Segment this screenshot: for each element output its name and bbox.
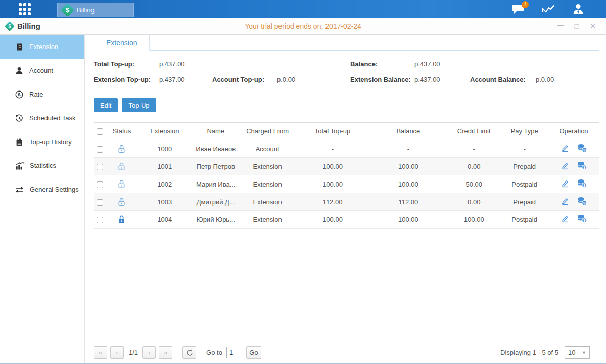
topup-icon[interactable]: $ — [577, 197, 587, 207]
maximize-icon[interactable]: □ — [573, 22, 581, 31]
displaying-text: Displaying 1 - 5 of 5 — [500, 349, 558, 356]
user-account-icon[interactable] — [572, 3, 585, 15]
tab-bar: Extension — [94, 35, 599, 51]
total-topup-cell: - — [296, 145, 369, 153]
page-size-value: 10 — [568, 349, 575, 356]
close-icon[interactable]: ✕ — [589, 22, 597, 31]
table-row: 1002Мария Ива...Extension100.00100.0050.… — [94, 175, 599, 193]
extension-icon — [15, 43, 23, 51]
sidebar-item-label: General Settings — [30, 186, 79, 193]
statistics-icon — [15, 162, 24, 170]
credit-limit-cell: - — [447, 145, 500, 153]
topup-button[interactable]: Top Up — [122, 98, 156, 112]
last-page-button[interactable]: » — [159, 346, 172, 359]
row-checkbox[interactable] — [97, 217, 103, 223]
first-page-button[interactable]: « — [94, 346, 107, 359]
sidebar-item-scheduled-task[interactable]: Scheduled Task — [0, 106, 84, 130]
billing-title-icon: $ — [5, 21, 15, 31]
main-content: Extension Total Top-up: p.437.00 Balance… — [85, 35, 606, 363]
edit-icon[interactable] — [561, 214, 570, 224]
billing-app-tab[interactable]: $ Billing — [57, 3, 134, 17]
account-topup-label: Account Top-up: — [212, 76, 264, 83]
topup-icon[interactable]: $ — [577, 214, 587, 225]
sidebar-item-statistics[interactable]: Statistics — [0, 154, 84, 177]
row-checkbox[interactable] — [97, 164, 103, 170]
topup-history-icon — [15, 138, 23, 146]
lock-open-icon — [117, 144, 126, 154]
extension-cell: 1002 — [137, 180, 193, 188]
credit-limit-cell: 50.00 — [447, 180, 500, 188]
refresh-button[interactable] — [182, 346, 196, 359]
col-status: Status — [107, 127, 137, 135]
credit-limit-cell: 0.00 — [447, 198, 500, 206]
balance-cell: 112.00 — [369, 198, 447, 206]
extension-cell: 1000 — [137, 145, 193, 153]
sidebar-item-label: Top-up History — [29, 138, 72, 146]
edit-icon[interactable] — [561, 144, 570, 154]
row-checkbox[interactable] — [97, 199, 103, 206]
select-all-checkbox[interactable] — [97, 128, 103, 135]
goto-label: Go to — [206, 349, 222, 356]
edit-icon[interactable] — [561, 179, 570, 189]
table-header-row: Status Extension Name Charged From Total… — [94, 122, 599, 140]
general-settings-icon — [15, 186, 24, 194]
edit-button[interactable]: Edit — [94, 98, 118, 112]
credit-limit-cell: 100.00 — [447, 216, 500, 223]
table-row: 1003Дмитрий Д...Extension112.00112.000.0… — [94, 193, 599, 211]
sidebar-item-label: Scheduled Task — [29, 114, 76, 122]
reports-chart-icon[interactable] — [542, 4, 555, 14]
notification-badge: ! — [522, 1, 529, 8]
sidebar-item-rate[interactable]: $Rate — [0, 82, 84, 106]
total-topup-cell: 112.00 — [296, 198, 369, 206]
go-button[interactable]: Go — [246, 346, 261, 359]
billing-app-tab-label: Billing — [77, 6, 95, 14]
balance-label: Balance: — [350, 60, 378, 68]
goto-page-input[interactable] — [226, 347, 242, 358]
pay-type-cell: - — [500, 145, 548, 153]
sidebar-item-top-up-history[interactable]: Top-up History — [0, 130, 84, 154]
app-launcher-icon[interactable] — [19, 3, 31, 15]
edit-icon[interactable] — [561, 161, 570, 171]
topup-icon[interactable]: $ — [577, 161, 587, 172]
topup-icon[interactable]: $ — [577, 144, 587, 154]
pay-type-cell: Postpaid — [500, 180, 548, 188]
col-pay-type: Pay Type — [500, 127, 548, 135]
prev-page-button[interactable]: ‹ — [110, 346, 124, 359]
table-body: 1000Иван ИвановAccount----$1001Петр Петр… — [94, 140, 599, 229]
rate-icon: $ — [15, 90, 23, 99]
sidebar-item-extension[interactable]: Extension — [0, 35, 84, 59]
account-balance-label: Account Balance: — [470, 76, 526, 83]
edit-icon[interactable] — [561, 197, 570, 207]
total-topup-label: Total Top-up: — [94, 60, 134, 68]
extension-balance-value: p.437.00 — [414, 76, 440, 83]
window-title-bar: Your trial period ends on: 2017-02-24 $ … — [0, 18, 606, 35]
tab-extension[interactable]: Extension — [94, 35, 150, 51]
sidebar-item-general-settings[interactable]: General Settings — [0, 177, 84, 201]
account-icon — [15, 67, 23, 75]
name-cell: Юрий Юрь... — [193, 216, 239, 223]
top-app-bar: $ Billing ! — [0, 0, 606, 18]
table-row: 1000Иван ИвановAccount----$ — [94, 140, 599, 158]
sidebar-item-account[interactable]: Account — [0, 59, 84, 82]
lock-open-icon — [117, 162, 126, 171]
pay-type-cell: Postpaid — [500, 216, 548, 223]
scheduled-task-icon — [15, 114, 23, 122]
col-name: Name — [193, 127, 239, 135]
topup-icon[interactable]: $ — [577, 179, 587, 190]
page-size-dropdown[interactable]: 10 ▼ — [565, 346, 590, 359]
extensions-table: Status Extension Name Charged From Total… — [94, 122, 599, 229]
name-cell: Дмитрий Д... — [193, 198, 239, 206]
sidebar-item-label: Account — [29, 67, 53, 74]
row-checkbox[interactable] — [97, 146, 103, 153]
col-total-topup: Total Top-up — [296, 127, 369, 135]
table-row: 1001Петр ПетровExtension100.00100.000.00… — [94, 158, 599, 175]
next-page-button[interactable]: › — [142, 346, 156, 359]
charged-from-cell: Extension — [239, 216, 296, 223]
balance-cell: 100.00 — [369, 180, 447, 188]
messages-icon[interactable]: ! — [512, 4, 525, 15]
col-charged-from: Charged From — [239, 127, 296, 135]
charged-from-cell: Extension — [239, 198, 296, 206]
minimize-icon[interactable]: — — [556, 22, 565, 31]
row-checkbox[interactable] — [97, 181, 103, 188]
page-indicator: 1/1 — [129, 349, 138, 356]
